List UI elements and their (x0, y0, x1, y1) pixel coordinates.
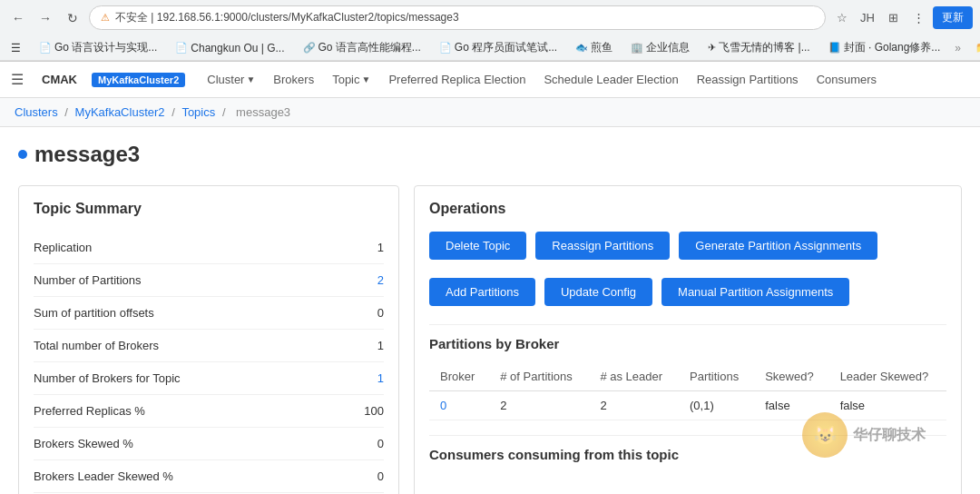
brokers-leader-skewed-label: Brokers Leader Skewed % (34, 469, 173, 483)
menu-icon[interactable]: ⋮ (907, 7, 929, 29)
bookmark-go-interview[interactable]: 📄 Go 程序员面试笔试... (436, 38, 561, 57)
cmak-logo: CMAK (42, 73, 77, 86)
consumers-section: Consumers consuming from this topic (429, 435, 946, 462)
summary-brokers-for-topic: Number of Brokers for Topic 1 (34, 362, 384, 395)
reload-button[interactable]: ↻ (62, 7, 83, 29)
preferred-replicas-label: Preferred Replicas % (34, 404, 145, 418)
as-leader-cell: 2 (589, 391, 679, 420)
preferred-replicas-value: 100 (364, 404, 384, 418)
cluster-badge[interactable]: MyKafkaCluster2 (92, 73, 185, 87)
bookmark-go-perf[interactable]: 🔗 Go 语言高性能编程... (299, 38, 425, 57)
app-navbar: ☰ CMAK MyKafkaCluster2 Cluster ▼ Brokers… (0, 62, 980, 98)
breadcrumb-sep-3: / (222, 105, 229, 119)
bookmark-jianyu[interactable]: 🐟 煎鱼 (572, 38, 616, 57)
partitions-table: Broker # of Partitions # as Leader Parti… (429, 362, 946, 420)
update-button[interactable]: 更新 (933, 6, 973, 29)
bookmark-blog[interactable]: ✈ 飞雪无情的博客 |... (704, 38, 813, 57)
nav-consumers[interactable]: Consumers (809, 67, 884, 92)
url-text: 不安全 | 192.168.56.1:9000/clusters/MyKafka… (115, 10, 814, 25)
table-row: 0 2 2 (0,1) false false (429, 391, 946, 420)
bookmark-icon: 🐟 (575, 42, 588, 54)
address-bar[interactable]: ⚠ 不安全 | 192.168.56.1:9000/clusters/MyKaf… (89, 5, 826, 30)
bookmark-golang[interactable]: 📘 封面 · Golang修养... (825, 38, 945, 57)
nav-cluster[interactable]: Cluster ▼ (200, 67, 262, 92)
col-broker: Broker (429, 362, 489, 391)
breadcrumb-current: message3 (236, 105, 290, 119)
add-partitions-button[interactable]: Add Partitions (429, 278, 535, 306)
breadcrumb-sep-1: / (64, 105, 71, 119)
brokers-skewed-value: 0 (377, 437, 384, 450)
replication-label: Replication (34, 241, 92, 254)
skewed-cell: false (754, 391, 828, 420)
bookmark-icon: 📘 (828, 42, 841, 54)
nav-preferred-replica[interactable]: Preferred Replica Election (381, 67, 533, 92)
forward-button[interactable]: → (34, 7, 56, 29)
nav-schedule-leader[interactable]: Schedule Leader Election (536, 67, 685, 92)
breadcrumb-topics[interactable]: Topics (181, 105, 215, 119)
col-num-partitions: # of Partitions (489, 362, 589, 391)
col-skewed: Skewed? (754, 362, 828, 391)
col-partitions: Partitions (679, 362, 754, 391)
brokers-leader-skewed-value: 0 (377, 469, 384, 483)
bookmark-other[interactable]: 📁 其他书签 (972, 38, 980, 57)
bookmarks-bar: ☰ 📄 Go 语言设计与实现... 📄 Changkun Ou | G... 🔗… (0, 35, 980, 61)
nav-topic[interactable]: Topic ▼ (325, 67, 377, 92)
summary-preferred-replicas: Preferred Replicas % 100 (34, 395, 384, 428)
partitions-by-broker-section: Partitions by Broker Broker # of Partiti… (429, 324, 946, 420)
bookmark-go-design[interactable]: 📄 Go 语言设计与实现... (35, 38, 161, 57)
operations-panel: Operations Delete Topic Reassign Partiti… (414, 185, 962, 494)
folder-icon: 📁 (975, 42, 980, 54)
more-bookmarks: » (955, 42, 961, 54)
summary-replication: Replication 1 (34, 232, 384, 264)
main-content: Topic Summary Replication 1 Number of Pa… (0, 176, 980, 494)
toolbar-icons: ☆ JH ⊞ ⋮ 更新 (831, 6, 973, 29)
brokers-skewed-label: Brokers Skewed % (34, 437, 133, 450)
browser-chrome: ← → ↻ ⚠ 不安全 | 192.168.56.1:9000/clusters… (0, 0, 980, 62)
replication-value: 1 (377, 241, 384, 254)
broker-link[interactable]: 0 (440, 399, 446, 412)
partitions-table-header: Broker # of Partitions # as Leader Parti… (429, 362, 946, 391)
summary-brokers-skewed: Brokers Skewed % 0 (34, 428, 384, 460)
nav-brokers[interactable]: Brokers (266, 67, 321, 92)
num-partitions-label: Number of Partitions (34, 273, 142, 287)
security-icon: ⚠ (101, 12, 110, 24)
profile-icon[interactable]: JH (857, 7, 878, 29)
breadcrumb-sep-2: / (172, 105, 178, 119)
generate-partition-assignments-button[interactable]: Generate Partition Assignments (679, 232, 877, 260)
extensions-icon[interactable]: ⊞ (882, 7, 904, 29)
reassign-partitions-button[interactable]: Reassign Partitions (535, 232, 670, 260)
cluster-arrow-icon: ▼ (246, 74, 255, 84)
delete-topic-button[interactable]: Delete Topic (429, 232, 526, 260)
browser-toolbar: ← → ↻ ⚠ 不安全 | 192.168.56.1:9000/clusters… (0, 0, 980, 35)
breadcrumb-clusters[interactable]: Clusters (15, 105, 58, 119)
brokers-for-topic-value[interactable]: 1 (377, 371, 384, 385)
ops-buttons-row1: Delete Topic Reassign Partitions Generat… (429, 232, 946, 260)
nav-menu: Cluster ▼ Brokers Topic ▼ Preferred Repl… (200, 67, 884, 92)
bookmark-icon: 🏢 (631, 42, 643, 54)
bookmark-changkun[interactable]: 📄 Changkun Ou | G... (172, 40, 288, 56)
title-dot-icon (18, 150, 27, 159)
bookmark-icon: 📄 (439, 42, 452, 54)
bookmark-enterprise[interactable]: 🏢 企业信息 (627, 38, 693, 57)
num-partitions-cell: 2 (489, 391, 589, 420)
summary-total-brokers: Total number of Brokers 1 (34, 330, 384, 362)
total-brokers-value: 1 (377, 339, 384, 352)
leader-skewed-cell: false (829, 391, 946, 420)
sum-offsets-label: Sum of partition offsets (34, 306, 154, 320)
num-partitions-value[interactable]: 2 (377, 273, 384, 287)
bookmark-icon: 📄 (39, 42, 52, 54)
manual-partition-assignments-button[interactable]: Manual Partition Assignments (662, 278, 849, 306)
bookmark-star-icon[interactable]: ☆ (831, 7, 853, 29)
bookmark-item[interactable]: ☰ (7, 40, 24, 56)
breadcrumb-cluster[interactable]: MyKafkaCluster2 (75, 105, 165, 119)
hamburger-menu[interactable]: ☰ (11, 71, 24, 88)
back-button[interactable]: ← (7, 7, 29, 29)
nav-reassign-partitions[interactable]: Reassign Partitions (690, 67, 806, 92)
sum-offsets-value: 0 (377, 306, 384, 320)
col-leader-skewed: Leader Skewed? (829, 362, 946, 391)
consumers-title: Consumers consuming from this topic (429, 435, 946, 462)
topic-summary-panel: Topic Summary Replication 1 Number of Pa… (18, 185, 399, 494)
partitions-by-broker-title: Partitions by Broker (429, 324, 946, 351)
total-brokers-label: Total number of Brokers (34, 339, 159, 352)
update-config-button[interactable]: Update Config (544, 278, 652, 306)
